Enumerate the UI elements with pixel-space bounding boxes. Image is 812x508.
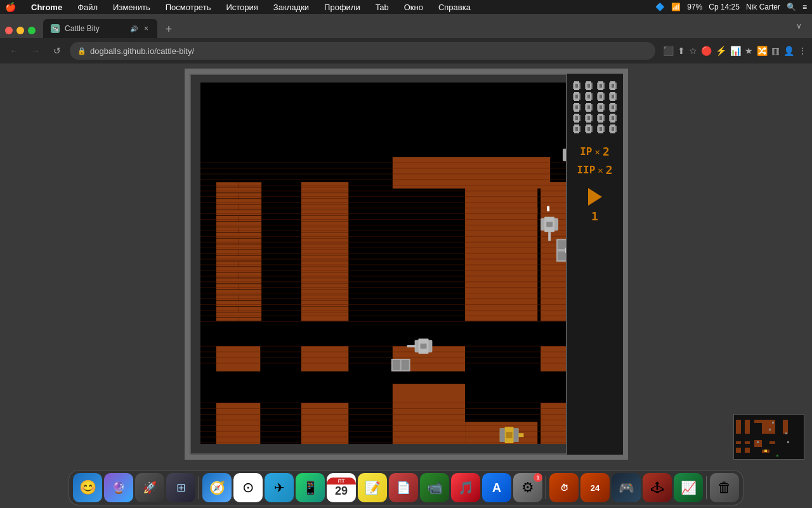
bullet-2 xyxy=(547,206,549,211)
dock-finder[interactable]: 😊 xyxy=(73,473,102,502)
player1-icon: ✕ xyxy=(594,147,599,157)
svg-rect-144 xyxy=(558,251,566,260)
game-svg xyxy=(191,75,566,453)
dock-systemprefs[interactable]: ⚙ 1 xyxy=(513,473,542,502)
menu-view[interactable]: Посмотреть xyxy=(163,3,214,12)
menubar-battery: 97% xyxy=(687,3,702,11)
svg-rect-195 xyxy=(599,105,602,109)
address-bar: ← → ↺ 🔒 dogballs.github.io/cattle-bity/ … xyxy=(0,38,812,64)
dock-safari[interactable]: 🧭 xyxy=(202,473,232,502)
svg-rect-58 xyxy=(216,346,260,371)
menu-window[interactable]: Окно xyxy=(402,3,426,12)
back-btn[interactable]: ← xyxy=(5,42,23,60)
ext3-icon[interactable]: ★ xyxy=(745,46,753,56)
reload-btn[interactable]: ↺ xyxy=(48,42,66,60)
menu-bookmarks[interactable]: Закладки xyxy=(271,3,311,12)
dock-container: 😊 🔮 🚀 ⊞ 🧭 ⊙ ✈ 📱 ПТ 29 📝 📄 xyxy=(0,465,812,508)
browser-tab-active[interactable]: 🐄 Cattle Bity 🔊 × xyxy=(43,19,157,38)
maximize-window-btn[interactable] xyxy=(28,27,36,34)
tab-audio-icon[interactable]: 🔊 xyxy=(130,25,138,32)
dock-timing[interactable]: ⏱ xyxy=(549,473,579,502)
level-num: 1 xyxy=(591,210,598,223)
share-icon[interactable]: ⬆ xyxy=(678,46,685,56)
svg-rect-207 xyxy=(599,116,602,120)
dock-launchpad[interactable]: 🚀 xyxy=(135,473,164,502)
menu-profiles[interactable]: Профили xyxy=(322,3,363,12)
dock-stocks[interactable]: 📈 xyxy=(674,473,703,502)
player1-num: 2 xyxy=(603,145,610,158)
dock-steam[interactable]: 🎮 xyxy=(612,473,641,502)
dock-siri[interactable]: 🔮 xyxy=(104,473,133,502)
ext1-icon[interactable]: ⚡ xyxy=(716,46,726,56)
tab-close-btn[interactable]: × xyxy=(143,23,150,34)
systemprefs-badge: 1 xyxy=(534,473,542,482)
dock-facetime[interactable]: 📹 xyxy=(420,473,449,502)
apple-menu[interactable]: 🍎 xyxy=(5,2,16,12)
bookmark-icon[interactable]: ☆ xyxy=(689,46,697,56)
dock-preview[interactable]: 📄 xyxy=(389,473,418,502)
svg-rect-165 xyxy=(575,84,578,88)
enemy-icon xyxy=(584,103,594,112)
menu-file[interactable]: Файл xyxy=(75,3,100,12)
game-canvas[interactable] xyxy=(190,74,567,455)
svg-rect-116 xyxy=(499,428,504,442)
player2-score: IIP ✕ 2 xyxy=(571,163,619,177)
svg-rect-160 xyxy=(191,75,566,83)
new-tab-btn[interactable]: + xyxy=(160,20,178,38)
menubar-user[interactable]: Nik Carter xyxy=(746,3,780,11)
page-content: IP ✕ 2 IIP ✕ 2 1 xyxy=(0,64,812,508)
profile-icon[interactable]: 👤 xyxy=(783,46,794,56)
menu-edit[interactable]: Изменить xyxy=(110,3,153,12)
enemy-icon xyxy=(584,81,594,90)
minimap-svg xyxy=(734,415,804,460)
enemy-lives-grid xyxy=(572,81,618,133)
menu-chrome[interactable]: Chrome xyxy=(29,3,65,12)
dock-24me[interactable]: 24 xyxy=(580,473,610,502)
dock-music[interactable]: 🎵 xyxy=(451,473,480,502)
enemy-icon xyxy=(596,114,606,123)
dock-whatsapp[interactable]: 📱 xyxy=(296,473,325,502)
translate-icon[interactable]: ⬛ xyxy=(663,46,674,56)
svg-rect-239 xyxy=(769,429,771,431)
menu-history[interactable]: История xyxy=(223,3,260,12)
svg-rect-126 xyxy=(548,232,551,241)
address-input[interactable]: 🔒 dogballs.github.io/cattle-bity/ xyxy=(70,42,655,60)
svg-rect-159 xyxy=(191,75,200,453)
menu-help[interactable]: Справка xyxy=(436,3,473,12)
forward-btn[interactable]: → xyxy=(27,42,44,60)
dock-appstore[interactable]: A xyxy=(482,473,511,502)
svg-rect-201 xyxy=(575,116,578,120)
svg-rect-222 xyxy=(612,127,614,131)
dock-chrome[interactable]: ⊙ xyxy=(233,473,263,502)
ext4-icon[interactable]: 🔀 xyxy=(757,46,768,56)
level-indicator: 1 xyxy=(588,188,602,223)
minimize-window-btn[interactable] xyxy=(16,27,24,34)
ext2-icon[interactable]: 📊 xyxy=(730,46,741,56)
svg-rect-61 xyxy=(540,346,566,371)
close-window-btn[interactable] xyxy=(5,27,13,34)
dock-mission-control[interactable]: ⊞ xyxy=(166,473,195,502)
dock-calendar[interactable]: ПТ 29 xyxy=(327,473,356,502)
tab-expand-btn[interactable]: ∨ xyxy=(791,22,807,30)
sidebar-icon[interactable]: ▥ xyxy=(771,46,780,56)
svg-rect-59 xyxy=(301,346,348,371)
menu-tab[interactable]: Tab xyxy=(373,3,391,12)
svg-rect-240 xyxy=(785,432,787,434)
dock-notes[interactable]: 📝 xyxy=(358,473,387,502)
player2-icon: ✕ xyxy=(598,165,603,175)
base-object xyxy=(556,239,566,262)
menubar-control-center[interactable]: ≡ xyxy=(802,3,807,11)
dock-trash[interactable]: 🗑 xyxy=(710,473,739,502)
tab-title: Cattle Bity xyxy=(65,24,125,33)
svg-rect-224 xyxy=(736,420,741,434)
minimap xyxy=(733,414,804,460)
lock-icon: 🔒 xyxy=(77,47,86,55)
menubar-search[interactable]: 🔍 xyxy=(787,3,796,11)
svg-rect-186 xyxy=(612,95,614,98)
menubar: 🍎 Chrome Файл Изменить Посмотреть Истори… xyxy=(0,0,812,14)
svg-rect-210 xyxy=(612,116,614,120)
menu-dots-icon[interactable]: ⋮ xyxy=(798,46,807,56)
dock-game[interactable]: 🕹 xyxy=(643,473,672,502)
adblock-icon[interactable]: 🔴 xyxy=(701,46,712,56)
dock-telegram[interactable]: ✈ xyxy=(265,473,294,502)
